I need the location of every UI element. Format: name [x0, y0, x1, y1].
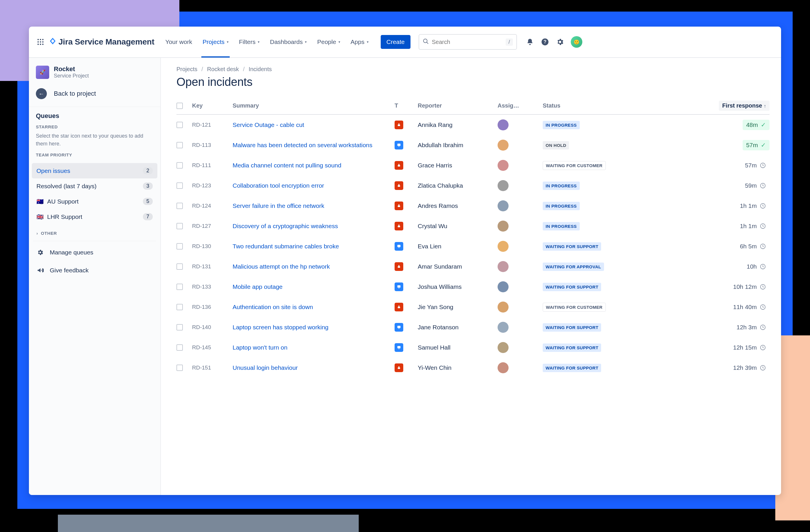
th-reporter[interactable]: Reporter [418, 102, 498, 109]
assignee-avatar[interactable] [498, 261, 508, 272]
search-box[interactable]: / [419, 34, 517, 50]
status-badge[interactable]: ON HOLD [543, 141, 569, 149]
breadcrumb-projects[interactable]: Projects [176, 66, 197, 72]
row-checkbox[interactable] [176, 223, 183, 229]
issue-key[interactable]: RD-124 [192, 203, 232, 209]
assignee-avatar[interactable] [498, 241, 508, 252]
issue-summary-link[interactable]: Media channel content not pulling sound [232, 162, 341, 169]
issue-summary-link[interactable]: Laptop won't turn on [232, 344, 288, 351]
assignee-avatar[interactable] [498, 221, 508, 232]
issue-key[interactable]: RD-133 [192, 284, 232, 290]
settings-icon[interactable] [556, 37, 564, 46]
nav-your-work[interactable]: Your work [160, 27, 198, 57]
help-icon[interactable]: ? [541, 37, 549, 46]
assignee-avatar[interactable] [498, 322, 508, 333]
search-input[interactable] [432, 39, 506, 45]
assignee-avatar[interactable] [498, 180, 508, 191]
issue-summary-link[interactable]: Discovery of a cryptographic weakness [232, 222, 338, 229]
th-type[interactable]: T [394, 102, 418, 109]
row-checkbox[interactable] [176, 324, 183, 331]
nav-filters[interactable]: Filters▾ [234, 27, 265, 57]
status-badge[interactable]: WAITING FOR SUPPORT [543, 323, 601, 332]
th-status[interactable]: Status [543, 102, 641, 109]
issue-summary-link[interactable]: Unusual login behaviour [232, 364, 298, 371]
status-badge[interactable]: WAITING FOR SUPPORT [543, 283, 601, 291]
issue-summary-link[interactable]: Two redundant submarine cables broke [232, 243, 339, 250]
issue-key[interactable]: RD-140 [192, 324, 232, 331]
status-badge[interactable]: IN PROGRESS [543, 222, 580, 230]
issue-key[interactable]: RD-131 [192, 263, 232, 270]
give-feedback[interactable]: Give feedback [29, 261, 160, 279]
issue-key[interactable]: RD-127 [192, 223, 232, 229]
select-all-checkbox[interactable] [176, 103, 183, 109]
status-badge[interactable]: WAITING FOR SUPPORT [543, 364, 601, 372]
th-assignee[interactable]: Assig… [498, 102, 543, 109]
status-badge[interactable]: WAITING FOR APPROVAL [543, 263, 604, 271]
issue-key[interactable]: RD-145 [192, 344, 232, 351]
breadcrumb-incidents[interactable]: Incidents [248, 66, 272, 72]
issue-summary-link[interactable]: Laptop screen has stopped working [232, 324, 329, 331]
status-badge[interactable]: WAITING FOR SUPPORT [543, 344, 601, 352]
issue-summary-link[interactable]: Service Outage - cable cut [232, 121, 304, 128]
issue-summary-link[interactable]: Authentication on site is down [232, 303, 313, 310]
issue-summary-link[interactable]: Collaboration tool encryption error [232, 182, 324, 189]
app-switcher-icon[interactable] [35, 37, 46, 47]
breadcrumb-desk[interactable]: Rocket desk [207, 66, 239, 72]
th-first-response[interactable]: First response ↑ [719, 101, 770, 111]
row-checkbox[interactable] [176, 162, 183, 169]
row-checkbox[interactable] [176, 182, 183, 189]
issue-key[interactable]: RD-121 [192, 122, 232, 128]
assignee-avatar[interactable] [498, 281, 508, 292]
row-checkbox[interactable] [176, 284, 183, 290]
row-checkbox[interactable] [176, 243, 183, 250]
back-to-project[interactable]: ← Back to project [29, 83, 160, 107]
project-header[interactable]: 🚀 Rocket Service Project [29, 58, 160, 83]
row-checkbox[interactable] [176, 263, 183, 270]
assignee-avatar[interactable] [498, 140, 508, 151]
create-button[interactable]: Create [381, 35, 410, 49]
issue-summary-link[interactable]: Malware has been detected on several wor… [232, 142, 372, 148]
row-checkbox[interactable] [176, 142, 183, 148]
issue-key[interactable]: RD-123 [192, 182, 232, 189]
issue-summary-link[interactable]: Mobile app outage [232, 283, 282, 290]
issue-key[interactable]: RD-113 [192, 142, 232, 148]
assignee-avatar[interactable] [498, 119, 508, 130]
status-badge[interactable]: IN PROGRESS [543, 182, 580, 190]
status-badge[interactable]: IN PROGRESS [543, 202, 580, 210]
manage-queues[interactable]: Manage queues [29, 244, 160, 261]
row-checkbox[interactable] [176, 203, 183, 209]
th-key[interactable]: Key [192, 102, 232, 109]
status-badge[interactable]: WAITING FOR SUPPORT [543, 242, 601, 251]
user-avatar[interactable]: 🙂 [571, 36, 582, 48]
row-checkbox[interactable] [176, 122, 183, 128]
queue-item[interactable]: 🇦🇺 AU Support 5 [32, 194, 157, 209]
row-checkbox[interactable] [176, 304, 183, 310]
queue-item[interactable]: Open issues 2 [32, 163, 157, 178]
nav-apps[interactable]: Apps▾ [345, 27, 374, 57]
assignee-avatar[interactable] [498, 160, 508, 171]
issue-key[interactable]: RD-130 [192, 243, 232, 250]
issue-key[interactable]: RD-151 [192, 365, 232, 371]
assignee-avatar[interactable] [498, 342, 508, 353]
notifications-icon[interactable] [525, 37, 534, 46]
status-badge[interactable]: WAITING FOR CUSTOMER [543, 161, 606, 170]
th-summary[interactable]: Summary [232, 102, 394, 109]
assignee-avatar[interactable] [498, 200, 508, 211]
queue-item[interactable]: Resolved (last 7 days) 3 [32, 178, 157, 194]
issue-key[interactable]: RD-136 [192, 304, 232, 310]
nav-dashboards[interactable]: Dashboards▾ [265, 27, 312, 57]
nav-people[interactable]: People▾ [312, 27, 345, 57]
nav-projects[interactable]: Projects▾ [197, 27, 234, 57]
row-checkbox[interactable] [176, 344, 183, 351]
other-section-toggle[interactable]: › OTHER [29, 226, 160, 238]
status-badge[interactable]: WAITING FOR CUSTOMER [543, 303, 606, 312]
issue-summary-link[interactable]: Malicious attempt on the hp network [232, 263, 330, 270]
status-badge[interactable]: IN PROGRESS [543, 121, 580, 129]
row-checkbox[interactable] [176, 365, 183, 371]
assignee-avatar[interactable] [498, 302, 508, 313]
assignee-avatar[interactable] [498, 362, 508, 373]
issue-summary-link[interactable]: Server failure in the office network [232, 202, 324, 209]
issue-key[interactable]: RD-111 [192, 162, 232, 169]
product-logo[interactable]: Jira Service Management [49, 37, 155, 47]
queue-item[interactable]: 🇬🇧 LHR Support 7 [32, 209, 157, 225]
